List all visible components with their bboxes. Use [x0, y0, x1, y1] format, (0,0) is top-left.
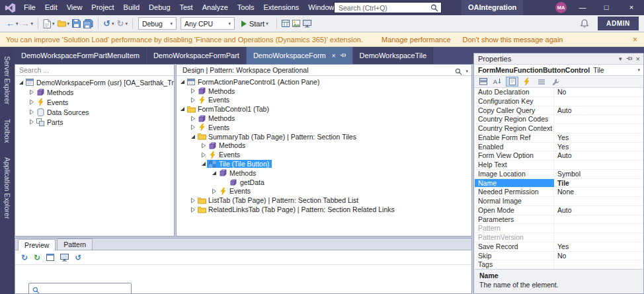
- events-view-button[interactable]: [520, 77, 533, 87]
- menu-tools[interactable]: Tools: [233, 3, 259, 11]
- property-row-image-location[interactable]: Image LocationSymbol: [475, 170, 643, 179]
- navigate-forward-button[interactable]: →▾: [21, 19, 34, 28]
- expander-closed-icon[interactable]: [200, 143, 207, 149]
- property-value[interactable]: Tile: [554, 179, 643, 188]
- dropdown-caret-icon[interactable]: ▾: [52, 21, 55, 26]
- tree-node-methods[interactable]: Methods: [177, 114, 471, 123]
- preview-tab-preview[interactable]: Preview: [18, 239, 56, 250]
- start-debugging-button[interactable]: Start▾: [241, 20, 268, 28]
- expander-closed-icon[interactable]: [28, 119, 35, 125]
- expander-closed-icon[interactable]: [210, 188, 218, 194]
- tree-node-events[interactable]: Events: [177, 150, 471, 159]
- window-position-icon[interactable]: ▾: [619, 55, 622, 62]
- tree-node-summarytab-tab-page-pattern-section-tiles[interactable]: SummaryTab (Tab Page) | Pattern: Section…: [177, 132, 471, 141]
- tree-node-parts[interactable]: Parts: [15, 117, 174, 127]
- close-window-button[interactable]: ×: [622, 0, 641, 15]
- tree-node-getdata[interactable]: getData: [177, 178, 471, 187]
- property-value[interactable]: [554, 233, 643, 242]
- expander-closed-icon[interactable]: [189, 97, 196, 103]
- preview-filter-box[interactable]: [28, 283, 132, 294]
- tree-node-listtab-tab-page-pattern-section-tabbed-li[interactable]: ListTab (Tab Page) | Pattern: Section Ta…: [177, 196, 471, 205]
- expander-closed-icon[interactable]: [200, 152, 207, 158]
- tree-node-events[interactable]: Events: [177, 96, 471, 105]
- expander-open-icon[interactable]: [17, 80, 24, 85]
- property-value[interactable]: [554, 161, 643, 169]
- property-value[interactable]: Auto: [554, 206, 643, 215]
- property-value[interactable]: Symbol: [554, 170, 643, 178]
- pin-icon[interactable]: [626, 55, 632, 62]
- save-button[interactable]: [72, 19, 81, 28]
- property-row-country-region-context-f[interactable]: Country Region Context F: [475, 124, 643, 133]
- grid-tool-button[interactable]: [282, 20, 290, 27]
- menu-view[interactable]: View: [62, 3, 87, 11]
- alphabetical-button[interactable]: A: [491, 77, 504, 87]
- tab-pin-icon[interactable]: [340, 52, 346, 59]
- property-value[interactable]: [554, 115, 643, 124]
- property-value[interactable]: [554, 124, 643, 133]
- properties-title-bar[interactable]: Properties ▾ ×: [474, 54, 643, 65]
- property-row-form-view-option[interactable]: Form View OptionAuto: [475, 151, 643, 161]
- document-tab-demoworkspaceform[interactable]: DemoWorkspaceForm×: [247, 47, 352, 64]
- menu-build[interactable]: Build: [119, 3, 144, 11]
- property-row-enabled[interactable]: EnabledYes: [475, 143, 643, 152]
- menu-test[interactable]: Test: [175, 3, 198, 11]
- tab-close-icon[interactable]: ×: [332, 52, 336, 59]
- property-row-auto-declaration[interactable]: Auto DeclarationNo: [475, 88, 643, 97]
- document-tab-demoworkspaceformpartmenuitem[interactable]: DemoWorkspaceFormPartMenuItem: [15, 47, 146, 64]
- property-row-configuration-key[interactable]: Configuration Key: [475, 97, 643, 106]
- tree-node-formtabcontrol1-tab[interactable]: FormTabControl1 (Tab): [177, 104, 471, 114]
- property-value[interactable]: [554, 260, 643, 269]
- property-value[interactable]: [554, 197, 643, 205]
- preview-tab-pattern[interactable]: Pattern: [57, 239, 93, 250]
- expander-open-icon[interactable]: [210, 170, 218, 176]
- property-value[interactable]: No: [554, 88, 643, 96]
- property-row-patternversion[interactable]: PatternVersion: [475, 233, 643, 242]
- tree-node-events[interactable]: Events: [177, 123, 471, 132]
- tree-node-formactionpanecontrol1-action-pane[interactable]: FormActionPaneControl1 (Action Pane): [177, 77, 471, 87]
- open-in-window-button[interactable]: [46, 254, 54, 261]
- dropdown-caret-icon[interactable]: ▾: [31, 21, 34, 26]
- expander-open-icon[interactable]: [179, 106, 186, 112]
- tree-node-demoworkspaceform-usr-oa-sarthak-training[interactable]: DemoWorkspaceForm (usr) [OA_Sarthak_Trai…: [15, 77, 174, 87]
- expander-closed-icon[interactable]: [189, 116, 196, 122]
- tree-node-relatedlinkstab-tab-page-pattern-section-r[interactable]: RelatedLinksTab (Tab Page) | Pattern: Se…: [177, 205, 471, 214]
- open-file-button[interactable]: ▾: [58, 20, 70, 27]
- tool-window-tab-server-explorer[interactable]: Server Explorer: [3, 56, 11, 104]
- document-tab-demoworkspacetile[interactable]: DemoWorkspaceTile: [353, 47, 433, 64]
- tool-window-tab-application-explorer[interactable]: Application Explorer: [3, 157, 11, 219]
- expander-closed-icon[interactable]: [189, 124, 196, 130]
- expander-closed-icon[interactable]: [28, 99, 35, 105]
- expander-open-icon[interactable]: [200, 161, 207, 166]
- properties-object-dropdown[interactable]: FormMenuFunctionButtonControl Tile ▾: [474, 65, 643, 76]
- notifications-button[interactable]: [581, 19, 588, 28]
- property-value[interactable]: None: [554, 188, 643, 196]
- tree-node-events[interactable]: Events: [177, 187, 471, 196]
- property-value[interactable]: [554, 215, 643, 224]
- property-value[interactable]: [554, 97, 643, 106]
- expander-open-icon[interactable]: [189, 134, 196, 139]
- menu-edit[interactable]: Edit: [40, 3, 62, 11]
- undo-icon[interactable]: ↺: [75, 254, 81, 262]
- screen-tool-button[interactable]: [303, 20, 311, 28]
- model-search-input[interactable]: [15, 66, 174, 74]
- dropdown-caret-icon[interactable]: ▾: [112, 21, 114, 26]
- tree-node-data-sources[interactable]: Data Sources: [15, 107, 174, 117]
- property-value[interactable]: Yes: [554, 143, 643, 151]
- property-pages-button[interactable]: [549, 77, 562, 87]
- property-value[interactable]: Auto: [554, 151, 643, 160]
- property-row-help-text[interactable]: Help Text: [475, 161, 643, 170]
- save-all-button[interactable]: [83, 19, 93, 28]
- dropdown-caret-icon[interactable]: ▾: [67, 21, 70, 26]
- property-value[interactable]: Auto: [554, 106, 643, 115]
- solution-configuration-dropdown[interactable]: Debug▾: [138, 17, 177, 30]
- property-row-country-region-codes[interactable]: Country Region Codes: [475, 115, 643, 124]
- tree-node-methods[interactable]: Methods: [177, 87, 471, 96]
- property-value[interactable]: No: [554, 252, 643, 260]
- tree-node-events[interactable]: Events: [15, 97, 174, 107]
- designer-root-node[interactable]: Design | Pattern: Workspace Operational …: [177, 65, 471, 76]
- refresh-data-icon[interactable]: ↻: [34, 254, 40, 262]
- property-row-skip[interactable]: SkipNo: [475, 252, 643, 261]
- tool-window-tab-toolbox[interactable]: Toolbox: [3, 119, 11, 143]
- dismiss-message-link[interactable]: Don't show this message again: [463, 36, 563, 44]
- model-search-box[interactable]: [15, 65, 174, 76]
